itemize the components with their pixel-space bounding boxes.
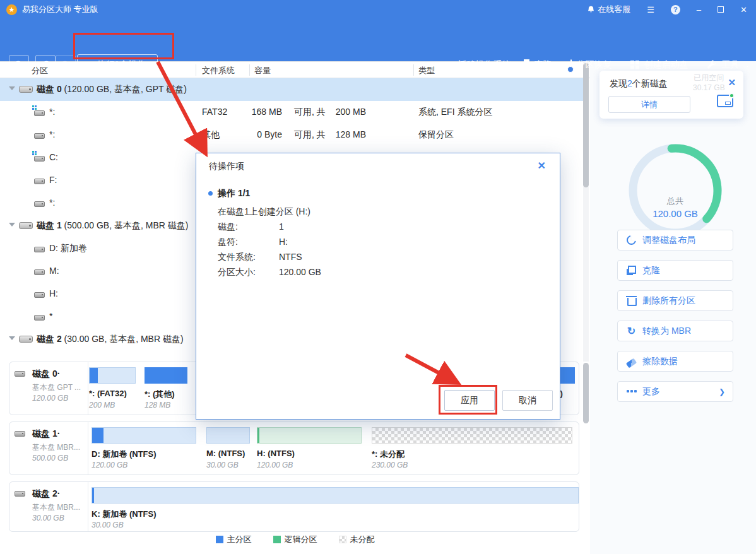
sidebar-action-erase-data[interactable]: 擦除数据 — [617, 351, 733, 372]
partition-drive-icon — [34, 110, 45, 116]
partition-label: D: 新加卷 — [49, 243, 87, 254]
partition-label: * — [49, 311, 52, 321]
new-disk-icon — [717, 95, 733, 107]
sidebar-action-more-dots[interactable]: 更多❯ — [617, 381, 733, 402]
capacity-free-cell: 0 Byte — [249, 129, 282, 139]
partition-bar-label: M: (NTFS) — [206, 449, 245, 458]
disk-name: 磁盘 0 — [37, 84, 62, 94]
column-header-type[interactable]: 类型 — [418, 65, 435, 76]
legend-swatch-icon — [216, 536, 223, 543]
disk-name: 磁盘 1 — [37, 220, 62, 230]
sidebar: 总共 120.00 GB 已用空间 30.17 GB 发现2个新磁盘 ✕ 详情 … — [590, 61, 756, 554]
operation-header: 操作 1/1 — [218, 188, 250, 199]
toolbar-menu-item-1[interactable]: ⇄迁移操作系统 — [445, 59, 511, 71]
legend-swatch-icon — [339, 536, 346, 543]
partition-bar[interactable] — [92, 487, 579, 504]
notification-details-button[interactable]: 详情 — [608, 96, 690, 113]
tree-collapse-icon[interactable] — [9, 86, 15, 90]
undo-button[interactable]: ↶ — [35, 55, 56, 75]
app-logo-icon: ★ — [6, 4, 17, 15]
partition-bar[interactable] — [257, 427, 362, 444]
maximize-icon[interactable] — [718, 6, 724, 13]
disk-map-card[interactable]: 磁盘 1·基本盘 MBR...500.00 GBD: 新加卷 (NTFS)120… — [9, 421, 579, 475]
partition-bar[interactable] — [372, 427, 572, 444]
annotation-box-apply — [439, 385, 497, 415]
diskmap-scrollbar-thumb[interactable] — [583, 363, 589, 423]
pending-operations-dialog: 待操作项 ✕ 操作 1/1 在磁盘1上创建分区 (H:) 磁盘:1盘符:H:文件… — [196, 153, 560, 420]
disk-usage-donut-chart: 总共 120.00 GB — [625, 140, 726, 241]
list-scrollbar-thumb[interactable] — [583, 63, 589, 187]
toolbar-menu-item-3[interactable]: 分区恢复 — [570, 59, 611, 71]
legend-swatch-icon — [273, 536, 281, 543]
legend-label: 主分区 — [227, 534, 252, 545]
column-header-capacity[interactable]: 容量 — [254, 65, 271, 76]
partition-label: M: — [49, 266, 59, 276]
sidebar-action-label: 克隆 — [642, 265, 660, 276]
close-icon[interactable]: ✕ — [740, 5, 747, 15]
disk-drive-icon — [15, 431, 25, 437]
partition-bar-label: *: (FAT32) — [89, 389, 127, 398]
disk-map-name: 磁盘 1· — [32, 428, 60, 440]
dialog-close-icon[interactable]: ✕ — [538, 160, 546, 172]
donut-total-label: 总共 — [625, 196, 726, 207]
divider — [88, 482, 88, 531]
table-row-partition[interactable]: *:FAT32168 MB可用, 共200 MB系统, EFI 系统分区 — [0, 101, 586, 124]
partition-bar[interactable] — [206, 427, 250, 444]
table-row-disk[interactable]: 磁盘 0 (120.00 GB, 基本盘, GPT 磁盘) — [0, 78, 586, 101]
execute-operations-label: 执行1个操作 — [97, 59, 146, 71]
tree-collapse-icon[interactable] — [9, 223, 15, 227]
tree-collapse-icon[interactable] — [9, 336, 15, 340]
online-service-button[interactable]: 在线客服 — [587, 4, 630, 15]
disk-drive-icon — [19, 222, 33, 229]
dialog-field-label: 文件系统: — [218, 252, 256, 262]
help-icon[interactable]: ? — [671, 5, 680, 15]
partition-bar-label: *: (其他) — [145, 389, 175, 400]
toolbar-menu-label: 克隆 — [534, 59, 552, 71]
disk-map-size: 30.00 GB — [32, 514, 64, 522]
operation-description: 在磁盘1上创建分区 (H:) — [218, 206, 310, 218]
partition-label: *: — [49, 129, 55, 139]
capacity-mid-label: 可用, 共 — [294, 129, 326, 141]
partition-bar[interactable] — [89, 367, 136, 384]
type-cell: 系统, EFI 系统分区 — [418, 107, 492, 118]
table-row-partition[interactable]: *:其他0 Byte可用, 共128 MB保留分区 — [0, 124, 586, 146]
partition-legend: 主分区逻辑分区未分配 — [0, 534, 590, 545]
disk-map-card[interactable]: 磁盘 2·基本盘 MBR...30.00 GBK: 新加卷 (NTFS)30.0… — [9, 481, 579, 532]
toolbar-menu-label: 工具 — [721, 59, 739, 71]
convert-mbr-icon: ↻ — [627, 326, 636, 336]
online-service-label: 在线客服 — [598, 4, 630, 15]
disk-name: 磁盘 2 — [37, 334, 62, 344]
capacity-free-cell: 168 MB — [249, 107, 282, 117]
fs-cell: 其他 — [202, 129, 220, 141]
sidebar-action-label: 擦除数据 — [642, 356, 678, 367]
sidebar-action-clone[interactable]: 克隆 — [617, 260, 733, 281]
migrate-os-icon: ⇄ — [445, 59, 453, 71]
more-dots-icon — [627, 390, 636, 399]
disk-map-size: 120.00 GB — [32, 394, 68, 403]
toolbar-menu-label: 迁移操作系统 — [458, 59, 511, 71]
partition-bar-size: 30.00 GB — [206, 461, 239, 469]
minimize-icon[interactable]: – — [697, 5, 701, 15]
disk-drive-icon — [15, 371, 25, 377]
toolbar-menu-item-4[interactable]: 创建启动盘 — [630, 59, 688, 71]
toolbar-menu-item-5[interactable]: 工具⌄ — [707, 59, 750, 71]
toolbar-menu-item-2[interactable]: 克隆 — [529, 59, 552, 71]
column-header-filesystem[interactable]: 文件系统 — [202, 65, 235, 76]
delete-trash-icon — [627, 296, 636, 305]
cancel-button[interactable]: 取消 — [502, 390, 553, 411]
partition-bar[interactable] — [145, 367, 187, 384]
refresh-button[interactable]: ⟳ — [9, 55, 29, 75]
sidebar-action-adjust-layout-pie[interactable]: 调整磁盘布局 — [617, 230, 733, 250]
sidebar-action-delete-trash[interactable]: 删除所有分区 — [617, 290, 733, 311]
legend-item: 逻辑分区 — [273, 534, 317, 545]
dialog-title: 待操作项 — [209, 161, 244, 172]
sidebar-action-label: 更多 — [642, 386, 660, 398]
menu-list-icon[interactable]: ☰ — [647, 5, 654, 15]
notification-close-icon[interactable]: ✕ — [728, 77, 736, 88]
notification-text: 发现2个新磁盘 — [610, 78, 668, 90]
legend-label: 逻辑分区 — [285, 534, 317, 545]
partition-label: F: — [49, 175, 57, 185]
divider — [88, 422, 88, 474]
partition-bar[interactable] — [92, 427, 196, 444]
sidebar-action-convert-mbr[interactable]: ↻转换为 MBR — [617, 321, 733, 341]
